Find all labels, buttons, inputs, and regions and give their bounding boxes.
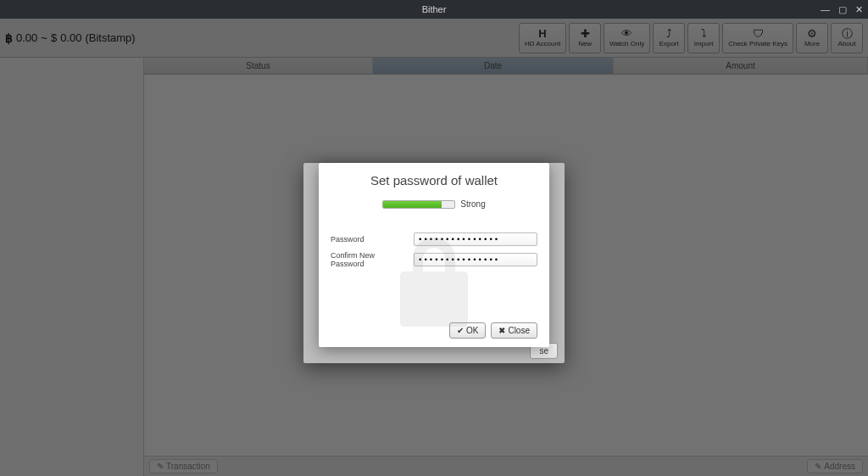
- close-window-icon[interactable]: ✕: [855, 4, 863, 15]
- password-row: Password: [331, 232, 537, 246]
- window-title: Bither: [422, 4, 447, 14]
- close-label: Close: [508, 326, 530, 335]
- check-icon: ✔: [457, 326, 464, 335]
- window-controls: — ▢ ✕: [821, 0, 863, 19]
- password-modal: Set password of wallet Strong Password C…: [319, 163, 549, 347]
- modal-title: Set password of wallet: [331, 173, 537, 188]
- ok-button[interactable]: ✔ OK: [449, 322, 486, 339]
- close-icon: ✖: [498, 326, 505, 335]
- password-input[interactable]: [414, 232, 537, 246]
- window-titlebar: Bither — ▢ ✕: [0, 0, 868, 19]
- strength-fill: [383, 201, 442, 208]
- confirm-password-row: Confirm New Password: [331, 251, 537, 268]
- ok-label: OK: [466, 326, 478, 335]
- confirm-password-label: Confirm New Password: [331, 251, 409, 268]
- password-label: Password: [331, 235, 409, 244]
- strength-indicator: Strong: [331, 199, 537, 209]
- confirm-password-input[interactable]: [414, 253, 537, 266]
- maximize-icon[interactable]: ▢: [838, 4, 847, 15]
- strength-bar: [382, 200, 455, 209]
- minimize-icon[interactable]: —: [821, 4, 830, 14]
- strength-label: Strong: [460, 199, 485, 209]
- modal-buttons: ✔ OK ✖ Close: [331, 322, 537, 339]
- close-button[interactable]: ✖ Close: [491, 322, 537, 339]
